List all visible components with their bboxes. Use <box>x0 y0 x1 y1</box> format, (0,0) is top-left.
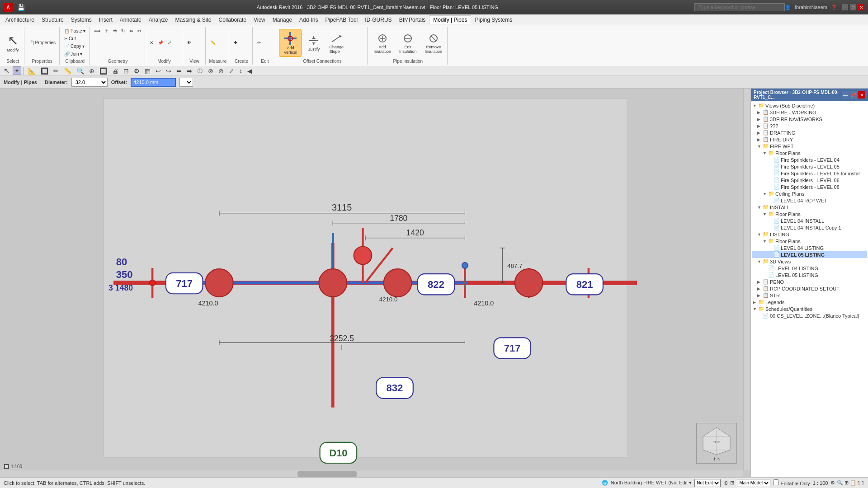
pb-pin-button[interactable]: 📌 <box>850 91 857 99</box>
tool-2[interactable]: 🔲 <box>39 66 50 75</box>
menu-architecture[interactable]: Architecture <box>2 16 38 24</box>
tool-modify[interactable]: ✦ <box>13 66 21 75</box>
align-button[interactable]: ⟺ <box>92 28 102 34</box>
tree-item-schedules[interactable]: ▼ 📁 Schedules/Quantities <box>752 305 867 312</box>
tree-item-listing[interactable]: ▼ 📁 LISTING <box>752 231 867 238</box>
qat-undo[interactable]: ↩ <box>28 3 38 12</box>
edit-button[interactable]: ✏ <box>255 39 263 46</box>
pb-minimize-button[interactable]: — <box>842 91 849 99</box>
tree-item-peno[interactable]: ▶ 📋 PENO <box>752 278 867 285</box>
menu-systems[interactable]: Systems <box>67 16 95 24</box>
tree-item-3dfire-navisworks[interactable]: ▶ 📋 3DFIRE NAVISWORKS <box>752 116 867 122</box>
tree-item-floor-plans-listing[interactable]: ▼ 📁 Floor Plans <box>752 238 867 244</box>
help-icon[interactable]: ❓ <box>831 5 837 10</box>
offset-button[interactable]: ⇉ <box>111 28 118 34</box>
menu-insert[interactable]: Insert <box>95 16 116 24</box>
tree-item-legends[interactable]: ▶ 📁 Legends <box>752 299 867 305</box>
remove-insulation-button[interactable]: RemoveInsulation <box>422 31 446 55</box>
menu-massing[interactable]: Massing & Site <box>172 16 215 24</box>
minimize-button[interactable]: — <box>842 4 848 10</box>
close-button[interactable]: ✕ <box>858 4 864 10</box>
trim-button[interactable]: ✂ <box>136 28 143 34</box>
move-button[interactable]: ✛ <box>103 28 110 34</box>
tree-item-fire-lvl05-install[interactable]: 📄 Fire Sprinklers - LEVEL 05 for instal <box>752 170 867 177</box>
tree-item-fire-lvl06[interactable]: 📄 Fire Sprinklers - LEVEL 06 <box>752 177 867 183</box>
menu-piping-systems[interactable]: Piping Systems <box>471 16 516 24</box>
modify-button[interactable]: ↖ Modify <box>4 32 22 54</box>
menu-structure[interactable]: Structure <box>38 16 67 24</box>
tool-9[interactable]: ⊡ <box>122 66 131 75</box>
menu-manage[interactable]: Manage <box>269 16 296 24</box>
tree-item-3d-lvl04[interactable]: 📄 LEVEL 04 LISTING <box>752 265 867 272</box>
canvas-area[interactable]: 3115 1780 1420 3252.5 4210.0 4210.0 <box>0 89 750 477</box>
measure-button[interactable]: 📏 <box>208 39 217 46</box>
tree-item-floor-plans-fw[interactable]: ▼ 📁 Floor Plans <box>752 150 867 156</box>
view-button[interactable]: 👁 <box>185 39 193 46</box>
menu-idgurus[interactable]: ID-GURUS <box>361 16 395 24</box>
tree-item-qqq[interactable]: ▶ 📋 ??? <box>752 122 867 129</box>
tree-item-floor-plans-install[interactable]: ▼ 📁 Floor Plans <box>752 211 867 217</box>
add-vertical-button[interactable]: AddVertical <box>279 29 302 57</box>
tool-15[interactable]: ➡ <box>185 66 194 75</box>
tree-item-firedry[interactable]: ▶ 📋 FIRE DRY <box>752 136 867 143</box>
tool-3[interactable]: ✏ <box>52 66 61 75</box>
tool-17[interactable]: ⊗ <box>206 66 215 75</box>
tool-12[interactable]: ↩ <box>154 66 163 75</box>
tool-21[interactable]: ◀ <box>245 66 254 75</box>
menu-bimportals[interactable]: BIMPortals <box>396 16 429 24</box>
justify-button[interactable]: Justify <box>304 33 323 53</box>
h-scroll-thumb[interactable] <box>297 471 357 477</box>
menu-collaborate[interactable]: Collaborate <box>215 16 250 24</box>
tree-item-3d-lvl05[interactable]: 📄 LEVEL 05 LISTING <box>752 272 867 278</box>
tree-item-drafting[interactable]: ▶ 📋 DRAFTING <box>752 129 867 136</box>
tool-20[interactable]: ↕ <box>237 66 244 75</box>
tree-item-firewet[interactable]: ▼ 📁 FIRE WET <box>752 143 867 150</box>
tree-item-rcp-setout[interactable]: ▶ 📋 RCP COORDINATED SETOUT <box>752 285 867 292</box>
tree-item-fire-lvl05[interactable]: 📄 Fire Sprinklers - LEVEL 05 <box>752 163 867 170</box>
qat-dropdown[interactable]: ▾ <box>50 3 57 12</box>
tool-10[interactable]: ⚙ <box>132 66 142 75</box>
join-button[interactable]: 🔗Join ▾ <box>62 51 87 57</box>
tool-13[interactable]: ↪ <box>164 66 173 75</box>
cut-button[interactable]: ✂Cut <box>62 35 87 42</box>
tree-item-3dfire-working[interactable]: ▶ 📋 3DFIRE - WORKING <box>752 109 867 116</box>
tool-5[interactable]: 🔍 <box>75 66 86 75</box>
mirror-button[interactable]: ⇔ <box>127 28 135 34</box>
tree-item-rcp-wet[interactable]: 📄 LEVEL 04 RCP WET <box>752 197 867 204</box>
delete-button[interactable]: ✕ <box>148 39 155 46</box>
add-insulation-button[interactable]: AddInsulation <box>370 31 394 55</box>
paste-button[interactable]: 📋Paste ▾ <box>62 28 87 34</box>
change-slope-button[interactable]: ChangeSlope <box>326 31 347 55</box>
tool-7[interactable]: 🔲 <box>98 66 109 75</box>
menu-addins[interactable]: Add-Ins <box>296 16 321 24</box>
tool-8[interactable]: 🖨 <box>110 66 120 75</box>
qat-redo[interactable]: ↪ <box>39 3 48 12</box>
offset-unit-select[interactable]: ▾ <box>179 78 193 87</box>
tree-item-00cs[interactable]: 📄 00 CS_LEVEL...ZONE...(Blanco Typical) <box>752 312 867 319</box>
tree-item-lvl04-install[interactable]: 📄 LEVEL 04 INSTALL <box>752 217 867 224</box>
nav-cube[interactable]: TOP ⬆ N <box>696 423 737 464</box>
tree-item-lvl04-install-copy[interactable]: 📄 LEVEL 04 INSTALL Copy 1 <box>752 224 867 231</box>
qat-save[interactable]: 💾 <box>15 3 27 12</box>
tool-11[interactable]: ▦ <box>143 66 152 75</box>
menu-annotate[interactable]: Annotate <box>116 16 145 24</box>
horizontal-scrollbar[interactable] <box>0 470 743 477</box>
vertical-scrollbar[interactable] <box>743 89 750 470</box>
location-selector[interactable]: Not Edit <box>694 479 721 487</box>
scale-button[interactable]: ⤢ <box>166 39 173 46</box>
tree-item-lvl04-listing[interactable]: 📄 LEVEL 04 LISTING <box>752 244 867 251</box>
diameter-select[interactable]: 32.0 <box>71 78 108 87</box>
tool-16[interactable]: ① <box>195 66 205 75</box>
create-button[interactable]: ✚ <box>232 39 239 46</box>
maximize-button[interactable]: □ <box>850 4 856 10</box>
tool-select[interactable]: ↖ <box>2 66 11 76</box>
menu-modify-pipes[interactable]: Modify | Pipes <box>429 15 471 24</box>
properties-button[interactable]: 📋 Properties <box>27 39 58 46</box>
pin-button[interactable]: 📌 <box>156 39 165 46</box>
menu-analyze[interactable]: Analyze <box>145 16 172 24</box>
search-input[interactable] <box>694 3 785 11</box>
model-selector[interactable]: Main Model <box>737 479 770 487</box>
tree-item-3d-views[interactable]: ▼ 📁 3D Views <box>752 258 867 265</box>
edit-insulation-button[interactable]: EditInsulation <box>396 31 420 55</box>
menu-pipefab[interactable]: PipeFAB Tool <box>321 16 361 24</box>
